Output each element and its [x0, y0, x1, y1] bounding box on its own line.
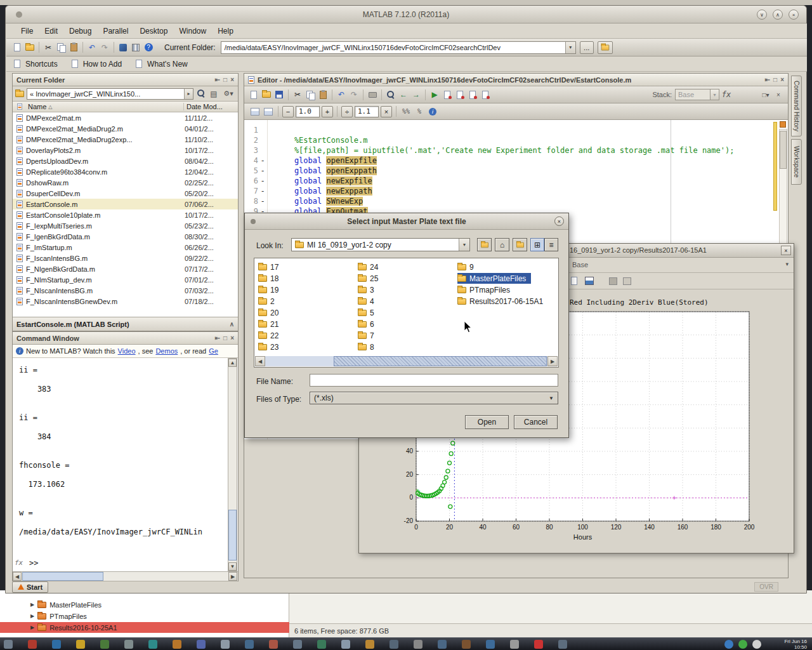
- cell-divide-icon[interactable]: [263, 106, 274, 117]
- taskbar-app-icon[interactable]: [245, 640, 254, 649]
- file-row[interactable]: DshowRaw.m02/25/2...: [13, 177, 238, 188]
- taskbar-app-icon[interactable]: [197, 640, 206, 649]
- code-line[interactable]: 8- global SWnewExp: [244, 196, 788, 206]
- paste-icon[interactable]: [68, 42, 79, 53]
- run-icon[interactable]: ▶: [429, 89, 440, 100]
- scroll-left-icon[interactable]: ◀: [13, 572, 22, 581]
- search-icon[interactable]: [196, 88, 206, 100]
- menu-debug[interactable]: Debug: [63, 25, 97, 37]
- code-line[interactable]: 3 %[file,path] = uiputfile('.mat','Creat…: [244, 145, 788, 156]
- command-window-header[interactable]: Command Window ⇤ □ ×: [13, 332, 238, 345]
- taskbar-app-icon[interactable]: [365, 640, 374, 649]
- dialog-folder-item[interactable]: 22: [258, 330, 278, 341]
- file-name-input[interactable]: [310, 374, 558, 387]
- redo-icon[interactable]: ↷: [348, 89, 360, 100]
- dialog-folder-item[interactable]: 18: [258, 273, 278, 284]
- tray-icon[interactable]: [724, 640, 733, 649]
- step-icon[interactable]: [467, 89, 478, 100]
- file-row[interactable]: F_NImStartup_dev.m07/01/2...: [13, 274, 238, 285]
- tab-workspace[interactable]: Workspace: [791, 139, 802, 185]
- file-row[interactable]: F_IgenBkGrdData.m08/30/2...: [13, 231, 238, 242]
- close-button[interactable]: ×: [789, 10, 799, 20]
- taskbar-app-icon[interactable]: [534, 640, 543, 649]
- editor-close-file-icon[interactable]: ×: [773, 89, 784, 100]
- undo-icon[interactable]: ↶: [336, 89, 347, 100]
- taskbar-app-icon[interactable]: [173, 640, 181, 649]
- info-icon[interactable]: i: [427, 106, 438, 117]
- close-panel-icon[interactable]: ×: [230, 335, 234, 342]
- expander-icon[interactable]: ▶: [30, 625, 34, 630]
- how-to-add-link[interactable]: How to Add: [83, 60, 122, 69]
- taskbar-app-icon[interactable]: [558, 640, 567, 649]
- new-file-icon[interactable]: [11, 42, 23, 53]
- tree-item[interactable]: ▶ PTmapFiles: [0, 611, 289, 621]
- tab-command-history[interactable]: Command History: [791, 76, 802, 136]
- taskbar-app-icon[interactable]: [462, 640, 471, 649]
- scroll-right-icon[interactable]: ▶: [547, 356, 558, 366]
- combo-arrow-icon[interactable]: ▾: [565, 42, 575, 53]
- new-script-icon[interactable]: [248, 89, 259, 100]
- paste-icon[interactable]: [317, 89, 329, 100]
- new-folder-button[interactable]: [513, 238, 527, 251]
- file-row[interactable]: F_NIgenBkGrdData.m07/17/2...: [13, 263, 238, 274]
- editor-status-square[interactable]: [780, 121, 786, 128]
- undock-icon[interactable]: ⇤: [215, 335, 220, 342]
- undo-icon[interactable]: ↶: [86, 42, 98, 53]
- figure-tool-icon[interactable]: [623, 277, 631, 285]
- dialog-folder-item[interactable]: 3: [358, 284, 374, 295]
- menu-help[interactable]: Help: [212, 25, 239, 37]
- file-row[interactable]: DMPexcel2mat.m11/11/2...: [13, 112, 238, 123]
- taskbar-app-icon[interactable]: [486, 640, 495, 649]
- tray-icon[interactable]: [738, 640, 747, 649]
- list-hscrollbar[interactable]: ◀ ▶: [255, 356, 558, 366]
- view-options-icon[interactable]: ▤: [209, 88, 219, 100]
- figure-close-icon[interactable]: ×: [781, 246, 791, 255]
- eval-cell-advance-icon[interactable]: %: [414, 106, 425, 117]
- date-column-header[interactable]: Date Mod...: [183, 103, 238, 110]
- menu-parallel[interactable]: Parallel: [97, 25, 134, 37]
- menu-edit[interactable]: Edit: [39, 25, 63, 37]
- name-column-header[interactable]: Name: [28, 103, 46, 110]
- file-row[interactable]: F_IscanIntensBG.m09/22/2...: [13, 253, 238, 263]
- file-row[interactable]: DReplicate96to384conv.m12/04/2...: [13, 166, 238, 177]
- dialog-folder-item[interactable]: 6: [358, 319, 374, 329]
- current-folder-combo[interactable]: /media/data/EASY/InovImager_jwrCF_WINLin…: [221, 41, 576, 54]
- taskbar-app-icon[interactable]: [317, 640, 326, 649]
- scrollbar-thumb[interactable]: [334, 356, 547, 366]
- dialog-folder-item[interactable]: 20: [258, 307, 278, 318]
- cut-icon[interactable]: ✂: [292, 89, 303, 100]
- up-one-level-button[interactable]: [477, 238, 492, 251]
- dialog-folder-item[interactable]: 23: [258, 342, 278, 352]
- file-row[interactable]: DMPexcel2mat_MediaDrug2.m04/01/2...: [13, 123, 238, 134]
- taskbar-app-icon[interactable]: [148, 640, 157, 649]
- eval-cell-icon[interactable]: %%: [400, 106, 412, 117]
- file-row[interactable]: DoverlayPlots2.m10/17/2...: [13, 145, 238, 156]
- scrollbar-thumb[interactable]: [780, 131, 787, 169]
- back-icon[interactable]: ←: [398, 89, 409, 100]
- dialog-folder-item[interactable]: 17: [258, 262, 278, 272]
- taskbar-app-icon[interactable]: [4, 640, 13, 649]
- fx-icon[interactable]: fx: [721, 89, 732, 100]
- address-combo[interactable]: « InovImager_jwrCF_WINLinx150... ▸: [27, 88, 193, 100]
- dialog-folder-item[interactable]: 19: [258, 284, 278, 295]
- dialog-folder-item[interactable]: Results2017-06-15A1: [457, 296, 543, 307]
- code-line[interactable]: 1: [244, 125, 788, 135]
- code-line[interactable]: 5- global openExppath: [244, 166, 788, 176]
- file-row[interactable]: F_NIscanIntensBG.m07/03/2...: [13, 285, 238, 296]
- up-folder-button[interactable]: [598, 41, 613, 54]
- taskbar-app-icon[interactable]: [390, 640, 398, 649]
- taskbar-app-icon[interactable]: [100, 640, 109, 649]
- guide-icon[interactable]: [130, 42, 141, 53]
- maximize-button[interactable]: ∧: [773, 10, 783, 20]
- dialog-folder-item[interactable]: PTmapFiles: [457, 284, 510, 295]
- dialog-file-list[interactable]: 17 18 19 2 20 21 22 23 24 25 3 4 5 6 7 8…: [254, 258, 559, 368]
- figure-tool-icon[interactable]: [609, 277, 617, 285]
- dialog-folder-item[interactable]: 8: [358, 342, 374, 352]
- browse-folder-button[interactable]: ...: [580, 41, 594, 54]
- taskbar-app-icon[interactable]: [438, 640, 447, 649]
- close-panel-icon[interactable]: ×: [230, 77, 234, 83]
- redo-icon[interactable]: ↷: [99, 42, 110, 53]
- save-icon[interactable]: [273, 89, 285, 100]
- breakpoint-icon[interactable]: [442, 89, 453, 100]
- home-button[interactable]: ⌂: [495, 238, 509, 251]
